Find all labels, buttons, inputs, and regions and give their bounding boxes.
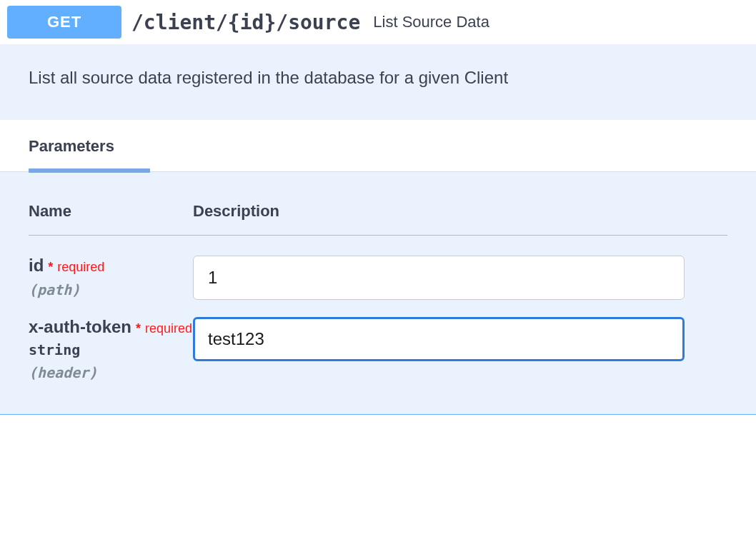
param-input-id[interactable]: [193, 256, 685, 300]
param-name-x-auth-token: x-auth-token: [29, 317, 131, 337]
parameters-section-header: Parameters: [0, 120, 756, 172]
param-name-cell: x-auth-token * required string (header): [29, 317, 193, 381]
endpoint-path: /client/{id}/source: [131, 11, 360, 34]
http-method-badge: GET: [7, 6, 121, 39]
column-header-description: Description: [193, 202, 279, 221]
table-row: id * required (path): [29, 243, 727, 304]
param-name-id: id: [29, 256, 44, 276]
operation-body: List all source data registered in the d…: [0, 44, 756, 414]
param-input-cell: [193, 256, 727, 300]
required-label: required: [57, 260, 104, 275]
table-row: x-auth-token * required string (header): [29, 304, 727, 386]
parameters-table: Name Description id * required (path): [0, 172, 756, 414]
param-location: (header): [29, 364, 193, 381]
endpoint-summary-text: List Source Data: [373, 13, 489, 31]
param-input-cell: [193, 317, 727, 361]
operation-summary[interactable]: GET /client/{id}/source List Source Data: [0, 0, 756, 44]
required-label: required: [145, 321, 192, 336]
tab-parameters[interactable]: Parameters: [29, 137, 114, 171]
operation-block: GET /client/{id}/source List Source Data…: [0, 0, 756, 415]
column-header-name: Name: [29, 202, 193, 221]
param-location: (path): [29, 281, 193, 298]
tab-parameters-label: Parameters: [29, 137, 114, 155]
required-star: *: [48, 260, 53, 275]
required-star: *: [136, 321, 141, 336]
table-header-row: Name Description: [29, 191, 727, 236]
tab-underline: [29, 168, 150, 173]
param-type: string: [29, 341, 193, 358]
param-input-x-auth-token[interactable]: [193, 317, 685, 361]
endpoint-description: List all source data registered in the d…: [0, 44, 756, 120]
param-name-cell: id * required (path): [29, 256, 193, 298]
